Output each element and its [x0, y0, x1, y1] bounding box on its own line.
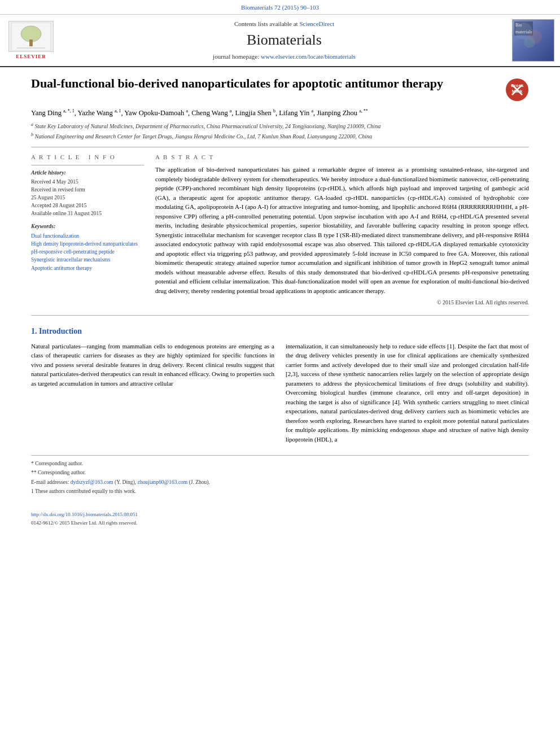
affiliations: a State Key Laboratory of Natural Medici…: [31, 121, 529, 141]
footer-bar: http://dx.doi.org/10.1016/j.biomaterials…: [0, 511, 560, 526]
divider-2: [31, 315, 529, 316]
elsevier-logo-image: [8, 21, 54, 52]
keyword-2: High density lipoprotein-derived nanopar…: [31, 240, 144, 248]
footnote-star1: * Corresponding author.: [31, 460, 529, 468]
intro-left-text: Natural particulates—ranging from mammal…: [31, 342, 274, 388]
article-info-abstract: A R T I C L E I N F O Article history: R…: [31, 153, 529, 307]
copyright-line: © 2015 Elsevier Ltd. All rights reserved…: [155, 299, 529, 307]
intro-right-text: internalization, it can simultaneously h…: [286, 342, 529, 444]
keyword-1: Dual functionalization: [31, 232, 144, 240]
journal-name: Biomaterials: [62, 30, 506, 50]
divider-1: [31, 147, 529, 147]
affiliation-b: b National Engineering and Research Cent…: [31, 132, 529, 141]
journal-header: ELSEVIER Contents lists available at Sci…: [0, 15, 560, 67]
online-date: Available online 31 August 2015: [31, 210, 144, 217]
email1-person: Y. Ding: [116, 479, 133, 485]
accepted-date: Accepted 28 August 2015: [31, 202, 144, 209]
intro-two-col: Natural particulates—ranging from mammal…: [31, 342, 529, 444]
article-dates: Received 4 May 2015 Received in revised …: [31, 178, 144, 217]
left-column: A R T I C L E I N F O Article history: R…: [31, 153, 144, 307]
email-link-1[interactable]: dydszyzf@163.com: [71, 479, 113, 485]
paper-title: Dual-functional bio-derived nanoparticul…: [31, 76, 500, 92]
footnote-star2: ** Corresponding author.: [31, 469, 529, 477]
received-date: Received 4 May 2015: [31, 178, 144, 186]
email2-person: J. Zhou: [191, 479, 207, 485]
keywords-list: Dual functionalization High density lipo…: [31, 232, 144, 272]
abstract-heading: A B S T R A C T: [155, 153, 529, 161]
svg-rect-2: [29, 40, 33, 46]
journal-thumbnail: Biomaterials: [512, 19, 554, 62]
right-column: A B S T R A C T The application of bio-d…: [155, 153, 529, 307]
issn-line: 0142-9612/© 2015 Elsevier Ltd. All right…: [31, 519, 529, 527]
article-info-box: Article history: Received 4 May 2015 Rec…: [31, 165, 144, 272]
paper-body: Dual-functional bio-derived nanoparticul…: [0, 67, 560, 505]
keyword-4: Synergistic intracellular mechanisms: [31, 256, 144, 264]
authors-line: Yang Ding a, *, 1, Yazhe Wang a, 1, Yaw …: [31, 107, 529, 118]
keywords-label: Keywords:: [31, 222, 144, 230]
keyword-3: pH-responsive cell-penetrating peptide: [31, 248, 144, 256]
elsevier-logo: ELSEVIER: [6, 21, 56, 60]
journal-reference: Biomaterials 72 (2015) 90–103: [0, 0, 560, 15]
footnote-equal-contrib: 1 These authors contributed equally to t…: [31, 488, 529, 495]
homepage-line: journal homepage: www.elsevier.com/locat…: [62, 53, 506, 61]
article-info-heading: A R T I C L E I N F O: [31, 153, 144, 161]
paper-title-section: Dual-functional bio-derived nanoparticul…: [31, 76, 529, 102]
elsevier-text: ELSEVIER: [16, 53, 46, 60]
doi-line: http://dx.doi.org/10.1016/j.biomaterials…: [31, 511, 529, 518]
keywords-section: Keywords: Dual functionalization High de…: [31, 222, 144, 272]
email-link-2[interactable]: zhoujianp60@163.com: [138, 479, 188, 485]
contents-available-line: Contents lists available at ScienceDirec…: [62, 20, 506, 28]
intro-right: internalization, it can simultaneously h…: [286, 342, 529, 444]
revised-date: Received in revised form25 August 2015: [31, 186, 144, 202]
journal-center: Contents lists available at ScienceDirec…: [62, 20, 506, 61]
article-history-label: Article history:: [31, 169, 144, 177]
doi-link[interactable]: http://dx.doi.org/10.1016/j.biomaterials…: [31, 512, 138, 517]
footnote-emails: E-mail addresses: dydszyzf@163.com (Y. D…: [31, 479, 529, 486]
journal-thumb-image: Biomaterials: [512, 19, 554, 62]
crossmark-icon: Cross Mark: [505, 78, 529, 102]
sciencedirect-link[interactable]: ScienceDirect: [299, 20, 334, 27]
introduction-section: 1. Introduction Natural particulates—ran…: [31, 326, 529, 444]
svg-point-1: [21, 26, 41, 42]
homepage-link[interactable]: www.elsevier.com/locate/biomaterials: [261, 53, 356, 60]
affiliation-a: a State Key Laboratory of Natural Medici…: [31, 121, 529, 130]
svg-point-6: [524, 37, 535, 48]
email-label: E-mail addresses:: [31, 479, 69, 485]
footnotes-section: * Corresponding author. ** Corresponding…: [31, 455, 529, 495]
intro-left: Natural particulates—ranging from mammal…: [31, 342, 274, 444]
abstract-text: The application of bio-derived nanoparti…: [155, 165, 529, 295]
intro-heading: 1. Introduction: [31, 326, 529, 337]
authors-text: Yang Ding a, *, 1, Yazhe Wang a, 1, Yaw …: [31, 109, 368, 117]
keyword-5: Apoptotic antitumor therapy: [31, 264, 144, 272]
